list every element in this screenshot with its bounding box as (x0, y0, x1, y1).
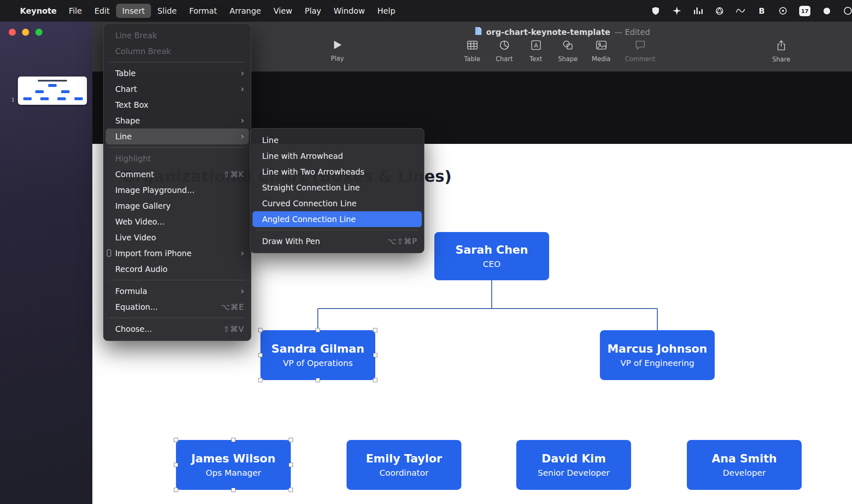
selection-handle[interactable] (373, 378, 377, 382)
menu-separator (109, 280, 245, 280)
menu-item-line-plain[interactable]: Line (250, 132, 424, 148)
org-node-name: Emily Taylor (366, 452, 442, 465)
selection-handle[interactable] (258, 353, 263, 357)
selection-handle[interactable] (231, 488, 235, 492)
menu-item-angled-connection-line[interactable]: Angled Connection Line (253, 211, 422, 227)
menubar-item-format[interactable]: Format (183, 4, 223, 18)
media-icon (596, 40, 607, 52)
document-title[interactable]: org-chart-keynote-template (486, 27, 610, 37)
shield-icon[interactable] (651, 6, 661, 16)
thumbnail-mini-box (40, 97, 49, 100)
knot-icon[interactable] (714, 6, 724, 16)
menu-item-straight-connection-line[interactable]: Straight Connection Line (250, 180, 424, 195)
menu-item-label: Image Gallery (115, 201, 171, 210)
menu-item-image-gallery[interactable]: Image Gallery (104, 198, 251, 214)
org-node-vp-operations[interactable]: Sandra Gilman VP of Operations (260, 330, 375, 380)
minimize-window-button[interactable] (22, 29, 29, 36)
b-logo-icon[interactable] (757, 6, 767, 16)
menu-item-chart[interactable]: Chart (104, 81, 251, 97)
org-node-developer[interactable]: Ana Smith Developer (687, 440, 802, 490)
menubar-item-window[interactable]: Window (327, 4, 371, 18)
menubar-item-help[interactable]: Help (371, 4, 401, 18)
shape-button[interactable]: Shape (550, 40, 585, 63)
menu-item-table[interactable]: Table (104, 65, 251, 81)
org-node-name: Ana Smith (712, 452, 777, 465)
menubar-item-play[interactable]: Play (298, 4, 327, 18)
sparkle-icon[interactable] (672, 6, 682, 16)
menu-item-label: Curved Connection Line (262, 199, 357, 208)
menubar-item-arrange[interactable]: Arrange (223, 4, 267, 18)
org-node-role: Developer (723, 468, 766, 478)
blob-icon[interactable] (822, 6, 832, 16)
menu-item-line[interactable]: Line (106, 128, 249, 144)
selection-handle[interactable] (316, 328, 320, 332)
ring-icon[interactable] (778, 6, 788, 16)
partial-ring-icon[interactable] (843, 6, 852, 16)
chevron-right-icon (240, 84, 244, 94)
menu-item-shape[interactable]: Shape (104, 113, 251, 128)
selection-handle[interactable] (174, 463, 178, 467)
text-button[interactable]: A Text (518, 40, 553, 63)
chevron-right-icon (240, 132, 244, 141)
org-node-ceo[interactable]: Sarah Chen CEO (434, 232, 549, 280)
org-node-name: Sandra Gilman (271, 342, 364, 355)
menubar-item-file[interactable]: File (62, 4, 88, 18)
org-node-coordinator[interactable]: Emily Taylor Coordinator (347, 440, 461, 490)
menu-item-formula[interactable]: Formula (104, 283, 251, 299)
selection-handle[interactable] (231, 438, 235, 442)
chart-icon (499, 40, 510, 52)
menu-item-import-from-iphone[interactable]: Import from iPhone (104, 245, 251, 261)
menu-item-live-video[interactable]: Live Video (104, 230, 251, 245)
menu-item-web-video[interactable]: Web Video... (104, 214, 251, 230)
svg-text:A: A (534, 42, 538, 49)
thumbnail-title-line (38, 80, 67, 82)
share-button[interactable]: Share (764, 40, 799, 63)
selection-handle[interactable] (316, 378, 320, 382)
selection-handle[interactable] (373, 353, 377, 357)
wave-icon[interactable] (736, 6, 746, 16)
menu-item-label: Line (115, 132, 132, 141)
selection-handle[interactable] (258, 328, 263, 332)
thumbnail-mini-box (57, 97, 66, 100)
chevron-right-icon (240, 116, 244, 125)
org-node-senior-developer[interactable]: David Kim Senior Developer (516, 440, 631, 490)
selection-handle[interactable] (174, 488, 178, 492)
menu-item-line-with-arrowhead[interactable]: Line with Arrowhead (250, 148, 424, 164)
menubar-item-view[interactable]: View (267, 4, 298, 18)
menu-item-equation[interactable]: Equation...⌥⌘E (104, 299, 251, 315)
menu-item-image-playground[interactable]: Image Playground... (104, 182, 251, 198)
menu-item-line-with-two-arrowheads[interactable]: Line with Two Arrowheads (250, 164, 424, 180)
menu-item-text-box[interactable]: Text Box (104, 97, 251, 113)
selection-handle[interactable] (258, 378, 263, 382)
menubar-item-edit[interactable]: Edit (88, 4, 116, 18)
menubar-item-insert[interactable]: Insert (116, 4, 151, 18)
equalizer-icon[interactable] (693, 6, 703, 16)
selection-handle[interactable] (289, 438, 293, 442)
table-button[interactable]: Table (455, 40, 490, 63)
menubar-item-slide[interactable]: Slide (151, 4, 183, 18)
close-window-button[interactable] (9, 29, 16, 36)
play-button[interactable]: Play (320, 40, 355, 62)
menu-item-draw-with-pen[interactable]: Draw With Pen⌥⇧⌘P (250, 233, 424, 249)
chart-label: Chart (495, 55, 513, 63)
document-edited-label: — Edited (614, 27, 650, 37)
selection-handle[interactable] (174, 438, 178, 442)
zoom-window-button[interactable] (35, 29, 42, 36)
selection-handle[interactable] (373, 328, 377, 332)
comment-button[interactable]: Comment (623, 40, 658, 63)
menubar-app-name[interactable]: Keynote (14, 4, 62, 18)
org-node-ops-manager[interactable]: James Wilson Ops Manager (176, 440, 291, 490)
menu-item-record-audio[interactable]: Record Audio (104, 261, 251, 277)
calendar-icon[interactable]: 17 (799, 6, 810, 16)
selection-handle[interactable] (289, 463, 293, 467)
selection-handle[interactable] (289, 488, 293, 492)
media-button[interactable]: Media (584, 40, 619, 63)
menu-item-curved-connection-line[interactable]: Curved Connection Line (250, 195, 424, 211)
menu-item-label: Comment (115, 170, 154, 179)
org-node-vp-engineering[interactable]: Marcus Johnson VP of Engineering (600, 330, 715, 380)
chart-button[interactable]: Chart (487, 40, 522, 63)
menu-item-comment[interactable]: Comment⇧⌘K (104, 166, 251, 182)
slide-thumbnail[interactable] (18, 77, 87, 105)
table-label: Table (464, 55, 480, 63)
menu-item-choose[interactable]: Choose...⇧⌘V (104, 321, 251, 337)
